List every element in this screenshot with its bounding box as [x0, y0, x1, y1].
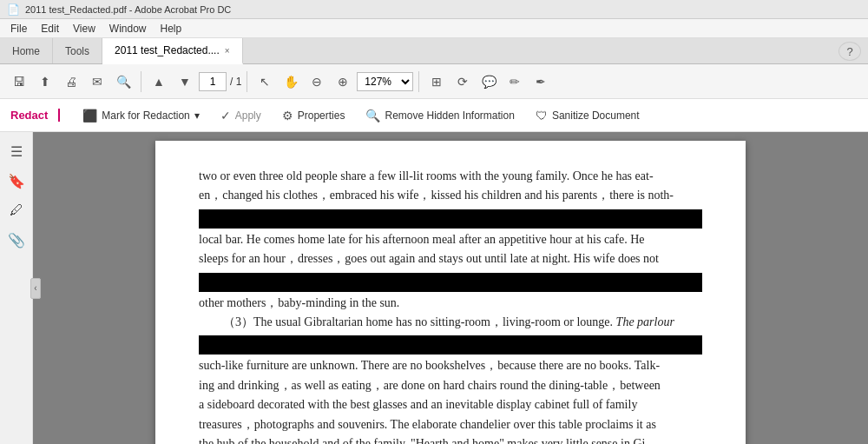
pdf-paragraph-2: local bar. He comes home late for his af…: [199, 230, 702, 269]
tab-tools-label: Tools: [65, 45, 89, 57]
text-line: two or even three old people share a few…: [199, 167, 702, 186]
properties-label: Properties: [298, 109, 345, 122]
tab-document-label: 2011 test_Redacted....: [115, 44, 220, 56]
toolbar-separator-2: [247, 71, 247, 92]
pdf-paragraph-3: other mothers，baby-minding in the sun. （…: [199, 294, 702, 333]
tab-home[interactable]: Home: [0, 38, 53, 63]
save-button[interactable]: 🖫: [7, 70, 31, 94]
tab-document[interactable]: 2011 test_Redacted.... ×: [102, 38, 243, 64]
main-toolbar: 🖫 ⬆ 🖨 ✉ 🔍 ▲ ▼ / 1 ↖ ✋ ⊖ ⊕ 127% 100% 150%…: [0, 64, 868, 99]
text-line: the hub of the household and of the fami…: [199, 434, 702, 444]
redacted-block-3: [199, 335, 702, 355]
zoom-out-button[interactable]: ⊖: [305, 70, 329, 94]
menu-file[interactable]: File: [3, 21, 34, 36]
tab-home-label: Home: [12, 45, 40, 57]
toolbar-separator-1: [141, 71, 141, 92]
mark-redaction-icon: ⬛: [82, 109, 97, 123]
pen-button[interactable]: ✏: [503, 70, 527, 94]
pdf-page: two or even three old people share a few…: [155, 141, 746, 444]
panel-pages-icon[interactable]: ☰: [4, 139, 29, 163]
pdf-content[interactable]: two or even three old people share a few…: [33, 132, 868, 444]
mark-for-redaction-button[interactable]: ⬛ Mark for Redaction ▾: [74, 104, 207, 127]
pdf-paragraph-4: such-like furniture are unknown. There a…: [199, 356, 702, 444]
panel-attachments-icon[interactable]: 📎: [4, 228, 29, 252]
print-button[interactable]: 🖨: [59, 70, 83, 94]
tab-close-button[interactable]: ×: [225, 46, 230, 56]
page-down-button[interactable]: ▼: [173, 70, 197, 94]
upload-button[interactable]: ⬆: [33, 70, 57, 94]
text-line: local bar. He comes home late for his af…: [199, 230, 702, 249]
page-up-button[interactable]: ▲: [147, 70, 171, 94]
properties-button[interactable]: ⚙ Properties: [273, 104, 354, 127]
help-button[interactable]: ?: [838, 42, 861, 61]
page-total: / 1: [230, 76, 241, 88]
comment-button[interactable]: 💬: [477, 70, 501, 94]
sanitize-document-button[interactable]: 🛡 Sanitize Document: [527, 104, 648, 127]
left-panel: ☰ 🔖 🖊 📎 ‹: [0, 132, 33, 444]
zoom-select[interactable]: 127% 100% 150%: [357, 72, 413, 91]
apply-icon: ✓: [220, 109, 231, 123]
pdf-paragraph-1: two or even three old people share a few…: [199, 167, 702, 206]
menu-bar: File Edit View Window Help: [0, 19, 868, 38]
redacted-block-2: [199, 273, 702, 292]
fit-page-button[interactable]: ⊞: [424, 70, 449, 94]
properties-icon: ⚙: [282, 109, 293, 123]
mark-redaction-label: Mark for Redaction: [102, 109, 189, 122]
panel-expand-button[interactable]: ‹: [30, 278, 41, 299]
zoom-in-button[interactable]: ⊕: [331, 70, 355, 94]
tab-tools[interactable]: Tools: [53, 38, 102, 63]
main-area: ☰ 🔖 🖊 📎 ‹ two or even three old people s…: [0, 132, 868, 444]
remove-hidden-label: Remove Hidden Information: [385, 109, 514, 122]
text-line: sleeps for an hour，dresses，goes out agai…: [199, 249, 702, 268]
text-line: other mothers，baby-minding in the sun.: [199, 294, 702, 313]
text-line: ing and drinking，as well as eating，are d…: [199, 376, 702, 395]
hand-tool-button[interactable]: ✋: [279, 70, 303, 94]
redact-label: Redact: [10, 109, 60, 122]
remove-hidden-info-button[interactable]: 🔍 Remove Hidden Information: [357, 104, 523, 127]
toolbar-separator-3: [418, 71, 419, 92]
menu-edit[interactable]: Edit: [34, 21, 66, 36]
text-line: treasures，photographs and souvenirs. The…: [199, 415, 702, 434]
text-line: （3）The usual Gibraltarian home has no si…: [199, 313, 702, 332]
page-nav: / 1: [199, 72, 241, 91]
remove-hidden-icon: 🔍: [365, 109, 380, 123]
zoom-out-search-button[interactable]: 🔍: [111, 70, 135, 94]
text-line: a sideboard decorated with the best glas…: [199, 395, 702, 414]
tab-spacer: [243, 38, 832, 63]
email-button[interactable]: ✉: [85, 70, 109, 94]
app-icon: 📄: [7, 3, 20, 16]
mark-redaction-dropdown-icon: ▾: [194, 109, 200, 122]
tab-bar: Home Tools 2011 test_Redacted.... × ?: [0, 38, 868, 64]
title-bar: 📄 2011 test_Redacted.pdf - Adobe Acrobat…: [0, 0, 868, 19]
panel-bookmarks-icon[interactable]: 🔖: [4, 169, 29, 193]
redact-toolbar: Redact ⬛ Mark for Redaction ▾ ✓ Apply ⚙ …: [0, 99, 868, 132]
text-line: such-like furniture are unknown. There a…: [199, 356, 702, 375]
menu-window[interactable]: Window: [102, 21, 154, 36]
page-input[interactable]: [199, 72, 227, 91]
panel-signatures-icon[interactable]: 🖊: [4, 198, 29, 222]
sanitize-label: Sanitize Document: [552, 109, 640, 122]
sanitize-icon: 🛡: [536, 109, 548, 123]
apply-label: Apply: [235, 109, 261, 122]
redacted-block-1: [199, 209, 702, 229]
menu-view[interactable]: View: [66, 21, 102, 36]
apply-redaction-button[interactable]: ✓ Apply: [212, 104, 270, 127]
sign-button[interactable]: ✒: [529, 70, 553, 94]
rotate-button[interactable]: ⟳: [450, 70, 475, 94]
title-text: 2011 test_Redacted.pdf - Adobe Acrobat P…: [25, 4, 231, 15]
text-line: en，changed his clothes，embraced his wife…: [199, 186, 702, 205]
select-tool-button[interactable]: ↖: [253, 70, 277, 94]
menu-help[interactable]: Help: [154, 21, 189, 36]
